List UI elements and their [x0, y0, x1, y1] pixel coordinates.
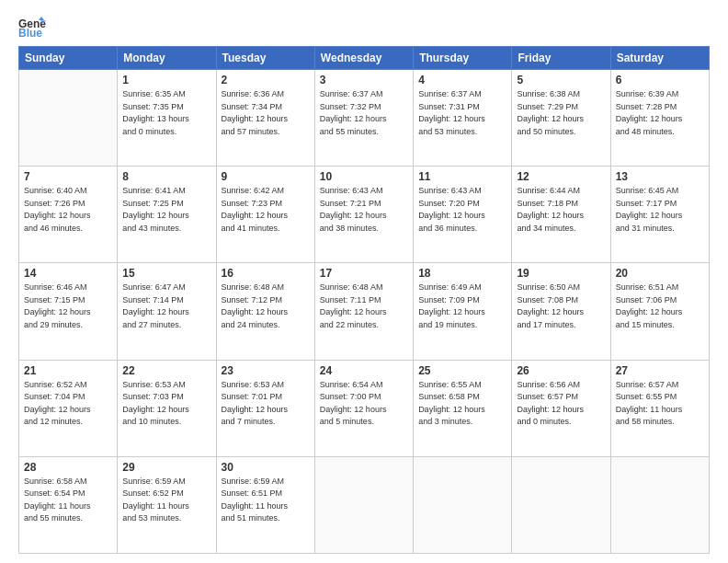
day-info: Sunrise: 6:57 AMSunset: 6:55 PMDaylight:… — [616, 379, 704, 429]
day-info: Sunrise: 6:42 AMSunset: 7:23 PMDaylight:… — [222, 185, 310, 235]
day-of-week-header: Tuesday — [216, 47, 314, 70]
calendar-cell: 15Sunrise: 6:47 AMSunset: 7:14 PMDayligh… — [118, 263, 216, 360]
calendar-cell: 9Sunrise: 6:42 AMSunset: 7:23 PMDaylight… — [216, 167, 314, 263]
day-info: Sunrise: 6:59 AMSunset: 6:52 PMDaylight:… — [122, 476, 210, 525]
calendar-cell: 16Sunrise: 6:48 AMSunset: 7:12 PMDayligh… — [216, 263, 314, 360]
calendar-cell: 14Sunrise: 6:46 AMSunset: 7:15 PMDayligh… — [19, 263, 118, 360]
calendar-cell: 6Sunrise: 6:39 AMSunset: 7:28 PMDaylight… — [610, 70, 709, 167]
day-number: 24 — [320, 364, 408, 377]
day-of-week-header: Thursday — [414, 47, 512, 70]
day-number: 16 — [222, 267, 310, 280]
day-info: Sunrise: 6:41 AMSunset: 7:25 PMDaylight:… — [122, 185, 210, 235]
day-info: Sunrise: 6:59 AMSunset: 6:51 PMDaylight:… — [222, 476, 310, 525]
day-number: 13 — [616, 170, 704, 183]
calendar-cell: 5Sunrise: 6:38 AMSunset: 7:29 PMDaylight… — [512, 70, 610, 167]
calendar-cell: 19Sunrise: 6:50 AMSunset: 7:08 PMDayligh… — [512, 263, 610, 360]
day-number: 20 — [616, 267, 704, 280]
day-number: 21 — [24, 364, 112, 377]
day-number: 7 — [24, 170, 112, 183]
day-info: Sunrise: 6:37 AMSunset: 7:32 PMDaylight:… — [320, 88, 408, 138]
day-info: Sunrise: 6:36 AMSunset: 7:34 PMDaylight:… — [222, 88, 310, 138]
day-info: Sunrise: 6:47 AMSunset: 7:14 PMDaylight:… — [122, 282, 210, 331]
week-row: 21Sunrise: 6:52 AMSunset: 7:04 PMDayligh… — [19, 360, 710, 456]
calendar-cell: 2Sunrise: 6:36 AMSunset: 7:34 PMDaylight… — [216, 70, 314, 167]
calendar-cell — [610, 456, 709, 553]
calendar-cell: 20Sunrise: 6:51 AMSunset: 7:06 PMDayligh… — [610, 263, 709, 360]
day-number: 19 — [517, 267, 605, 280]
day-info: Sunrise: 6:45 AMSunset: 7:17 PMDaylight:… — [616, 185, 704, 235]
calendar-cell: 29Sunrise: 6:59 AMSunset: 6:52 PMDayligh… — [118, 456, 216, 553]
day-number: 26 — [517, 364, 605, 377]
day-number: 27 — [616, 364, 704, 377]
calendar-cell: 13Sunrise: 6:45 AMSunset: 7:17 PMDayligh… — [610, 167, 709, 263]
logo-icon: General Blue — [18, 17, 46, 37]
day-number: 9 — [222, 170, 310, 183]
logo: General Blue — [18, 17, 46, 37]
day-info: Sunrise: 6:44 AMSunset: 7:18 PMDaylight:… — [517, 185, 605, 235]
day-info: Sunrise: 6:40 AMSunset: 7:26 PMDaylight:… — [24, 185, 112, 235]
day-number: 10 — [320, 170, 408, 183]
day-info: Sunrise: 6:37 AMSunset: 7:31 PMDaylight:… — [418, 88, 506, 138]
day-number: 15 — [122, 267, 210, 280]
calendar-cell: 28Sunrise: 6:58 AMSunset: 6:54 PMDayligh… — [19, 456, 118, 553]
calendar-cell: 25Sunrise: 6:55 AMSunset: 6:58 PMDayligh… — [414, 360, 512, 456]
day-number: 17 — [320, 267, 408, 280]
calendar-table: SundayMondayTuesdayWednesdayThursdayFrid… — [18, 46, 710, 554]
day-of-week-header: Sunday — [19, 47, 118, 70]
calendar-cell: 4Sunrise: 6:37 AMSunset: 7:31 PMDaylight… — [414, 70, 512, 167]
calendar-cell: 12Sunrise: 6:44 AMSunset: 7:18 PMDayligh… — [512, 167, 610, 263]
day-number: 25 — [418, 364, 506, 377]
day-info: Sunrise: 6:56 AMSunset: 6:57 PMDaylight:… — [517, 379, 605, 429]
calendar-cell: 26Sunrise: 6:56 AMSunset: 6:57 PMDayligh… — [512, 360, 610, 456]
day-of-week-header: Saturday — [610, 47, 709, 70]
day-info: Sunrise: 6:53 AMSunset: 7:01 PMDaylight:… — [222, 379, 310, 429]
calendar-cell: 24Sunrise: 6:54 AMSunset: 7:00 PMDayligh… — [314, 360, 413, 456]
calendar-cell: 11Sunrise: 6:43 AMSunset: 7:20 PMDayligh… — [414, 167, 512, 263]
day-info: Sunrise: 6:48 AMSunset: 7:12 PMDaylight:… — [222, 282, 310, 331]
day-number: 12 — [517, 170, 605, 183]
week-row: 28Sunrise: 6:58 AMSunset: 6:54 PMDayligh… — [19, 456, 710, 553]
calendar-cell — [314, 456, 413, 553]
day-number: 1 — [122, 74, 210, 86]
day-info: Sunrise: 6:58 AMSunset: 6:54 PMDaylight:… — [24, 476, 112, 525]
calendar-cell: 10Sunrise: 6:43 AMSunset: 7:21 PMDayligh… — [314, 167, 413, 263]
day-number: 8 — [122, 170, 210, 183]
day-info: Sunrise: 6:35 AMSunset: 7:35 PMDaylight:… — [122, 88, 210, 138]
calendar-cell — [512, 456, 610, 553]
day-number: 4 — [418, 74, 506, 86]
day-info: Sunrise: 6:48 AMSunset: 7:11 PMDaylight:… — [320, 282, 408, 331]
day-number: 28 — [24, 461, 112, 474]
day-number: 11 — [418, 170, 506, 183]
day-number: 23 — [222, 364, 310, 377]
day-number: 2 — [222, 74, 310, 86]
day-of-week-header: Friday — [512, 47, 610, 70]
week-row: 1Sunrise: 6:35 AMSunset: 7:35 PMDaylight… — [19, 70, 710, 167]
calendar-cell: 27Sunrise: 6:57 AMSunset: 6:55 PMDayligh… — [610, 360, 709, 456]
day-info: Sunrise: 6:43 AMSunset: 7:20 PMDaylight:… — [418, 185, 506, 235]
day-of-week-header: Monday — [118, 47, 216, 70]
day-info: Sunrise: 6:46 AMSunset: 7:15 PMDaylight:… — [24, 282, 112, 331]
calendar-cell: 1Sunrise: 6:35 AMSunset: 7:35 PMDaylight… — [118, 70, 216, 167]
day-number: 18 — [418, 267, 506, 280]
calendar-cell: 7Sunrise: 6:40 AMSunset: 7:26 PMDaylight… — [19, 167, 118, 263]
calendar-cell — [414, 456, 512, 553]
day-number: 6 — [616, 74, 704, 86]
day-info: Sunrise: 6:51 AMSunset: 7:06 PMDaylight:… — [616, 282, 704, 331]
day-number: 3 — [320, 74, 408, 86]
day-number: 22 — [122, 364, 210, 377]
week-row: 7Sunrise: 6:40 AMSunset: 7:26 PMDaylight… — [19, 167, 710, 263]
header: General Blue — [18, 17, 710, 37]
day-info: Sunrise: 6:50 AMSunset: 7:08 PMDaylight:… — [517, 282, 605, 331]
day-number: 5 — [517, 74, 605, 86]
day-info: Sunrise: 6:55 AMSunset: 6:58 PMDaylight:… — [418, 379, 506, 429]
calendar-cell — [19, 70, 118, 167]
day-number: 30 — [222, 461, 310, 474]
calendar-cell: 22Sunrise: 6:53 AMSunset: 7:03 PMDayligh… — [118, 360, 216, 456]
calendar-cell: 23Sunrise: 6:53 AMSunset: 7:01 PMDayligh… — [216, 360, 314, 456]
calendar-cell: 21Sunrise: 6:52 AMSunset: 7:04 PMDayligh… — [19, 360, 118, 456]
day-info: Sunrise: 6:43 AMSunset: 7:21 PMDaylight:… — [320, 185, 408, 235]
day-info: Sunrise: 6:53 AMSunset: 7:03 PMDaylight:… — [122, 379, 210, 429]
calendar-cell: 17Sunrise: 6:48 AMSunset: 7:11 PMDayligh… — [314, 263, 413, 360]
week-row: 14Sunrise: 6:46 AMSunset: 7:15 PMDayligh… — [19, 263, 710, 360]
calendar-cell: 8Sunrise: 6:41 AMSunset: 7:25 PMDaylight… — [118, 167, 216, 263]
